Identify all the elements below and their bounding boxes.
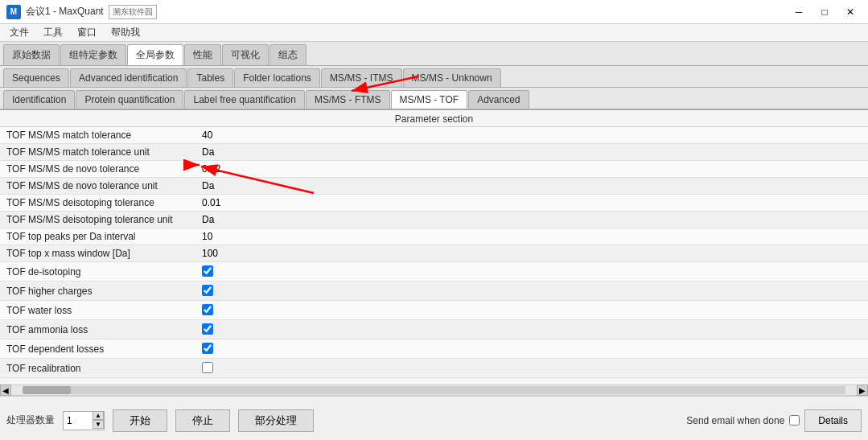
- tab-msms-unknown[interactable]: MS/MS - Unknown: [403, 68, 501, 87]
- tab-config[interactable]: 组态: [269, 44, 306, 65]
- tab-msms-ftms[interactable]: MS/MS - FTMS: [306, 90, 390, 109]
- bottom-bar: 处理器数量 ▲ ▼ 开始 停止 部分处理 Send email when don…: [0, 396, 868, 440]
- param-value-cell[interactable]: [197, 320, 868, 339]
- tab-advanced-identification[interactable]: Advanced identification: [70, 68, 187, 87]
- title-bar: M 会议1 - MaxQuant 溯东软件园 ─ □ ✕: [0, 0, 868, 24]
- param-label: TOF top peaks per Da interval: [0, 228, 197, 245]
- spinner-up[interactable]: ▲: [93, 411, 104, 420]
- param-label: TOF MS/MS deisotoping tolerance: [0, 195, 197, 212]
- param-value-cell[interactable]: [197, 161, 868, 178]
- param-value-cell[interactable]: [197, 262, 868, 282]
- param-checkbox-10[interactable]: [202, 304, 213, 315]
- table-row: TOF MS/MS deisotoping tolerance: [0, 195, 868, 212]
- param-label: TOF higher charges: [0, 282, 197, 301]
- tab-folder-locations[interactable]: Folder locations: [234, 68, 320, 87]
- tab-sequences[interactable]: Sequences: [3, 68, 69, 87]
- close-button[interactable]: ✕: [839, 4, 862, 20]
- param-input-3[interactable]: [200, 179, 865, 192]
- param-label: TOF top x mass window [Da]: [0, 245, 197, 262]
- param-input-1[interactable]: [200, 146, 865, 158]
- param-input-2[interactable]: [200, 162, 865, 175]
- tab-group-params[interactable]: 组特定参数: [60, 44, 126, 65]
- spinner-down[interactable]: ▼: [93, 420, 104, 429]
- param-label: TOF recalibration: [0, 359, 197, 378]
- table-row: TOF ammonia loss: [0, 320, 868, 339]
- tab-performance[interactable]: 性能: [184, 44, 221, 65]
- param-value-cell[interactable]: [197, 282, 868, 301]
- processor-input[interactable]: [64, 412, 93, 430]
- details-button[interactable]: Details: [804, 409, 862, 432]
- param-section-label: Parameter section: [0, 110, 868, 127]
- param-value-cell[interactable]: [197, 178, 868, 195]
- table-row: TOF dependent losses: [0, 339, 868, 359]
- scroll-track[interactable]: [23, 386, 845, 394]
- table-row: TOF top x mass window [Da]: [0, 245, 868, 262]
- window-title: 会议1 - MaxQuant: [26, 5, 104, 19]
- menu-window[interactable]: 窗口: [71, 24, 103, 41]
- tab-msms-itms[interactable]: MS/MS - ITMS: [321, 68, 402, 87]
- menu-tools[interactable]: 工具: [37, 24, 69, 41]
- email-checkbox[interactable]: [789, 415, 800, 426]
- param-input-5[interactable]: [200, 213, 865, 226]
- parameter-table: TOF MS/MS match toleranceTOF MS/MS match…: [0, 127, 868, 378]
- param-checkbox-12[interactable]: [202, 343, 213, 354]
- table-row: TOF recalibration: [0, 359, 868, 378]
- tab-identification[interactable]: Identification: [3, 90, 75, 109]
- tab-label-free[interactable]: Label free quantification: [184, 90, 304, 109]
- param-value-cell[interactable]: [197, 301, 868, 320]
- maximize-button[interactable]: □: [813, 4, 836, 20]
- tab-advanced[interactable]: Advanced: [468, 90, 529, 109]
- scroll-right-btn[interactable]: ▶: [857, 384, 868, 396]
- param-label: TOF MS/MS match tolerance: [0, 127, 197, 144]
- param-input-6[interactable]: [200, 230, 865, 243]
- param-checkbox-11[interactable]: [202, 323, 213, 335]
- menu-help[interactable]: 帮助我: [105, 24, 146, 41]
- watermark: 溯东软件园: [109, 5, 157, 19]
- param-input-7[interactable]: [200, 247, 865, 260]
- email-section: Send email when done Details: [686, 409, 862, 432]
- tab-protein-quant[interactable]: Protein quantification: [76, 90, 183, 109]
- param-checkbox-9[interactable]: [202, 285, 213, 296]
- menu-bar: 文件 工具 窗口 帮助我: [0, 24, 868, 42]
- table-row: TOF MS/MS match tolerance unit: [0, 144, 868, 161]
- param-label: TOF dependent losses: [0, 339, 197, 359]
- scroll-left-btn[interactable]: ◀: [0, 384, 11, 396]
- tab-global-params[interactable]: 全局参数: [127, 44, 183, 65]
- table-row: TOF higher charges: [0, 282, 868, 301]
- param-label: TOF de-isotoping: [0, 262, 197, 282]
- processor-label: 处理器数量: [6, 413, 55, 427]
- menu-file[interactable]: 文件: [3, 24, 35, 41]
- tab-msms-tof[interactable]: MS/MS - TOF: [391, 90, 468, 109]
- param-value-cell[interactable]: [197, 127, 868, 144]
- tab-tables[interactable]: Tables: [187, 68, 233, 87]
- tab-visualization[interactable]: 可视化: [222, 44, 269, 65]
- param-input-4[interactable]: [200, 196, 865, 209]
- param-value-cell[interactable]: [197, 339, 868, 359]
- tab-row-2: Sequences Advanced identification Tables…: [0, 66, 868, 88]
- table-row: TOF de-isotoping: [0, 262, 868, 282]
- tab-row-1: 原始数据 组特定参数 全局参数 性能 可视化 组态: [0, 42, 868, 66]
- minimize-button[interactable]: ─: [788, 4, 810, 20]
- param-value-cell[interactable]: [197, 144, 868, 161]
- tab-row-3: Identification Protein quantification La…: [0, 88, 868, 110]
- tab-raw-data[interactable]: 原始数据: [3, 44, 60, 65]
- param-input-0[interactable]: [200, 129, 865, 142]
- app-icon: M: [6, 5, 21, 19]
- param-value-cell[interactable]: [197, 195, 868, 212]
- param-label: TOF MS/MS deisotoping tolerance unit: [0, 212, 197, 228]
- stop-button[interactable]: 停止: [175, 409, 230, 432]
- param-checkbox-8[interactable]: [202, 265, 213, 277]
- table-row: TOF MS/MS match tolerance: [0, 127, 868, 144]
- param-value-cell[interactable]: [197, 212, 868, 228]
- param-value-cell[interactable]: [197, 245, 868, 262]
- horizontal-scrollbar[interactable]: ◀ ▶: [0, 384, 868, 396]
- param-label: TOF ammonia loss: [0, 320, 197, 339]
- processor-spinner[interactable]: ▲ ▼: [63, 411, 105, 430]
- scroll-thumb[interactable]: [23, 386, 71, 394]
- param-value-cell[interactable]: [197, 228, 868, 245]
- param-value-cell[interactable]: [197, 359, 868, 378]
- partial-button[interactable]: 部分处理: [238, 409, 314, 432]
- param-label: TOF MS/MS de novo tolerance unit: [0, 178, 197, 195]
- param-checkbox-13[interactable]: [202, 362, 213, 373]
- start-button[interactable]: 开始: [113, 409, 167, 432]
